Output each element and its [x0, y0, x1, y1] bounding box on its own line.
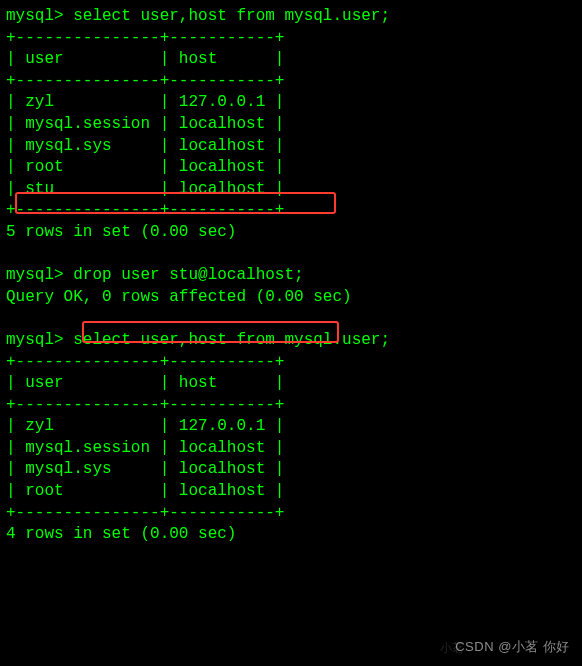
table-row: | zyl | 127.0.0.1 | — [6, 92, 576, 114]
sql-query: select user,host from mysql.user; — [64, 7, 390, 25]
result-ok: Query OK, 0 rows affected (0.00 sec) — [6, 287, 576, 309]
table-header: | user | host | — [6, 49, 576, 71]
table-border: +---------------+-----------+ — [6, 395, 576, 417]
query-line: mysql> select user,host from mysql.user; — [6, 6, 576, 28]
csdn-watermark: CSDN @小茗 你好 — [455, 638, 570, 656]
table-row: | mysql.session | localhost | — [6, 114, 576, 136]
mysql-prompt: mysql> — [6, 331, 64, 349]
table-row-stu: | stu | localhost | — [6, 179, 576, 201]
table-row: | mysql.sys | localhost | — [6, 459, 576, 481]
blank-line — [6, 308, 576, 330]
query-line: mysql> select user,host from mysql.user; — [6, 330, 576, 352]
table-row: | mysql.session | localhost | — [6, 438, 576, 460]
table-row: | mysql.sys | localhost | — [6, 136, 576, 158]
table-row: | root | localhost | — [6, 157, 576, 179]
table-border: +---------------+-----------+ — [6, 352, 576, 374]
table-border: +---------------+-----------+ — [6, 28, 576, 50]
table-header: | user | host | — [6, 373, 576, 395]
mysql-prompt: mysql> — [6, 7, 64, 25]
query-line: mysql> drop user stu@localhost; — [6, 265, 576, 287]
terminal-output: mysql> select user,host from mysql.user;… — [6, 6, 576, 546]
sql-query: select user,host from mysql.user; — [64, 331, 390, 349]
table-border: +---------------+-----------+ — [6, 503, 576, 525]
table-border: +---------------+-----------+ — [6, 71, 576, 93]
result-summary: 5 rows in set (0.00 sec) — [6, 222, 576, 244]
table-row: | zyl | 127.0.0.1 | — [6, 416, 576, 438]
table-border: +---------------+-----------+ — [6, 200, 576, 222]
mysql-prompt: mysql> — [6, 266, 64, 284]
blank-line — [6, 244, 576, 266]
result-summary: 4 rows in set (0.00 sec) — [6, 524, 576, 546]
sql-drop-user: drop user stu@localhost; — [64, 266, 304, 284]
table-row: | root | localhost | — [6, 481, 576, 503]
